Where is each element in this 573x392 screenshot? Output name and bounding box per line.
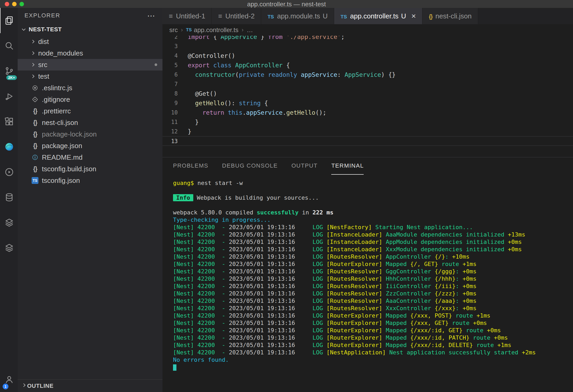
token: 2023/05/01 19:13:16 xyxy=(229,327,295,334)
code-line[interactable]: 6 constructor(private readonly appServic… xyxy=(162,70,573,79)
token: +0ms xyxy=(459,298,476,304)
close-window-button[interactable] xyxy=(5,2,9,6)
line-number[interactable]: 5 xyxy=(162,61,188,70)
tree-item-src[interactable]: src xyxy=(18,59,162,71)
panel-tab-problems[interactable]: PROBLEMS xyxy=(173,157,208,175)
line-number[interactable]: 9 xyxy=(162,98,188,108)
tree-item-label: tsconfig.json xyxy=(42,177,80,185)
activity-item-search[interactable] xyxy=(0,33,18,58)
token: {/zzz} xyxy=(434,290,455,297)
code-line[interactable]: 10 return this.appService.getHello(); xyxy=(162,108,573,117)
line-number[interactable]: 10 xyxy=(162,108,188,117)
token: [Nest] 42200 - xyxy=(173,349,229,356)
tree-item-dist[interactable]: dist xyxy=(18,36,162,47)
zoom-window-button[interactable] xyxy=(19,2,24,6)
line-number[interactable]: 13 xyxy=(162,137,188,145)
token: [RouterExplorer] xyxy=(327,342,386,348)
tree-item-tsconfig.build.json[interactable]: {}tsconfig.build.json xyxy=(18,163,162,175)
tab-Untitled-2[interactable]: ≡Untitled-2 xyxy=(212,8,261,24)
line-number[interactable]: 3 xyxy=(162,42,188,51)
activity-item-live-preview[interactable] xyxy=(0,159,18,185)
code-line[interactable]: 7 xyxy=(162,79,573,89)
code-line[interactable]: 12} xyxy=(162,127,573,136)
panel-tab-output[interactable]: OUTPUT xyxy=(292,157,318,175)
code-line[interactable]: 13 xyxy=(162,136,573,146)
token: [RoutesResolver] xyxy=(327,275,386,282)
token: [RouterExplorer] xyxy=(327,334,386,341)
activity-item-layers-2[interactable] xyxy=(0,235,18,260)
minimize-window-button[interactable] xyxy=(12,2,17,6)
token xyxy=(295,261,313,267)
tree-item-package.json[interactable]: {}package.json xyxy=(18,140,162,152)
activity-item-database[interactable] xyxy=(0,185,18,210)
line-number[interactable]: 7 xyxy=(162,79,188,89)
activity-item-source-control[interactable]: 2K+ xyxy=(0,58,18,84)
outline-section[interactable]: OUTLINE xyxy=(18,379,162,392)
terminal-log-line: [Nest] 42200 - 2023/05/01 19:13:16 LOG [… xyxy=(173,260,573,268)
json-file-icon: {} xyxy=(31,142,39,149)
token: @Controller() xyxy=(188,52,235,59)
tree-item-nest-cli.json[interactable]: {}nest-cli.json xyxy=(18,117,162,128)
more-actions-icon[interactable]: ⋯ xyxy=(147,14,156,18)
traffic-lights xyxy=(0,2,24,6)
code-line[interactable]: 3 xyxy=(162,42,573,51)
file-icon: ≡ xyxy=(218,12,222,20)
activity-item-edge[interactable] xyxy=(0,134,18,159)
tree-item-.eslintrc.js[interactable]: .eslintrc.js xyxy=(18,82,162,94)
token xyxy=(295,334,313,341)
line-number[interactable]: 6 xyxy=(162,70,188,79)
token: [InstanceLoader] xyxy=(327,231,386,238)
activity-item-layers-1[interactable] xyxy=(0,210,18,235)
tree-item-node_modules[interactable]: node_modules xyxy=(18,47,162,59)
line-number[interactable]: 2 xyxy=(162,36,188,42)
activity-item-extensions[interactable] xyxy=(0,109,18,134)
editor-region: ≡Untitled-1≡Untitled-2TSapp.module.tsUTS… xyxy=(162,8,573,392)
panel-tab-debug-console[interactable]: DEBUG CONSOLE xyxy=(222,157,278,175)
tab-app.controller.ts[interactable]: TSapp.controller.tsU× xyxy=(334,8,422,24)
token: Mapped xyxy=(386,261,410,267)
terminal-log-line: [Nest] 42200 - 2023/05/01 19:13:16 LOG [… xyxy=(173,268,573,275)
tree-item-tsconfig.json[interactable]: TStsconfig.json xyxy=(18,175,162,186)
code-line[interactable]: 4@Controller() xyxy=(162,51,573,61)
layers-2-icon xyxy=(4,243,14,253)
breadcrumb-item[interactable]: app.controller.ts xyxy=(194,26,238,34)
breadcrumb-item[interactable]: src xyxy=(169,26,178,34)
tree-item-package-lock.json[interactable]: {}package-lock.json xyxy=(18,128,162,140)
terminal-cursor xyxy=(173,364,176,371)
code-line[interactable]: 11 } xyxy=(162,117,573,127)
line-number[interactable]: 11 xyxy=(162,117,188,127)
terminal[interactable]: guang$ nest start -wInfo Webpack is buil… xyxy=(162,175,573,392)
activity-item-account[interactable]: 1 xyxy=(0,367,18,392)
tab-app.module.ts[interactable]: TSapp.module.tsU xyxy=(261,8,334,24)
tree-item-label: src xyxy=(38,61,47,69)
line-number[interactable]: 12 xyxy=(162,127,188,136)
token: AaaModule dependencies initialized xyxy=(386,231,504,238)
line-number[interactable]: 8 xyxy=(162,89,188,98)
tree-root-nest-test[interactable]: NEST-TEST xyxy=(18,23,162,36)
token: [Nest] 42200 - xyxy=(173,320,229,326)
tab-Untitled-1[interactable]: ≡Untitled-1 xyxy=(162,8,212,24)
breadcrumb-item[interactable]: … xyxy=(247,26,253,34)
code-line[interactable]: 5export class AppController { xyxy=(162,61,573,70)
code-line[interactable]: 2import { AppService } from './app.servi… xyxy=(162,36,573,42)
line-number[interactable]: 4 xyxy=(162,51,188,61)
panel-tab-terminal[interactable]: TERMINAL xyxy=(331,157,364,175)
token xyxy=(295,298,313,304)
token: [Nest] 42200 - xyxy=(173,305,229,311)
tree-item-.prettierrc[interactable]: {}.prettierrc xyxy=(18,105,162,117)
activity-item-run-debug[interactable] xyxy=(0,84,18,109)
token: +2ms xyxy=(518,349,536,356)
tree-item-README.md[interactable]: README.md xyxy=(18,152,162,163)
activity-item-explorer[interactable] xyxy=(0,8,18,33)
token: AppService xyxy=(221,36,257,40)
code-line[interactable]: 8 @Get() xyxy=(162,89,573,98)
tree-item-test[interactable]: test xyxy=(18,71,162,82)
token: LOG xyxy=(313,290,327,297)
tab-nest-cli.json[interactable]: {}nest-cli.json xyxy=(422,8,478,24)
token: } xyxy=(188,128,191,135)
code-editor[interactable]: 2import { AppService } from './app.servi… xyxy=(162,36,573,157)
code-line[interactable]: 9 getHello(): string { xyxy=(162,98,573,108)
tree-item-.gitignore[interactable]: .gitignore xyxy=(18,94,162,105)
close-icon[interactable]: × xyxy=(411,12,416,20)
modified-dot xyxy=(155,63,157,66)
